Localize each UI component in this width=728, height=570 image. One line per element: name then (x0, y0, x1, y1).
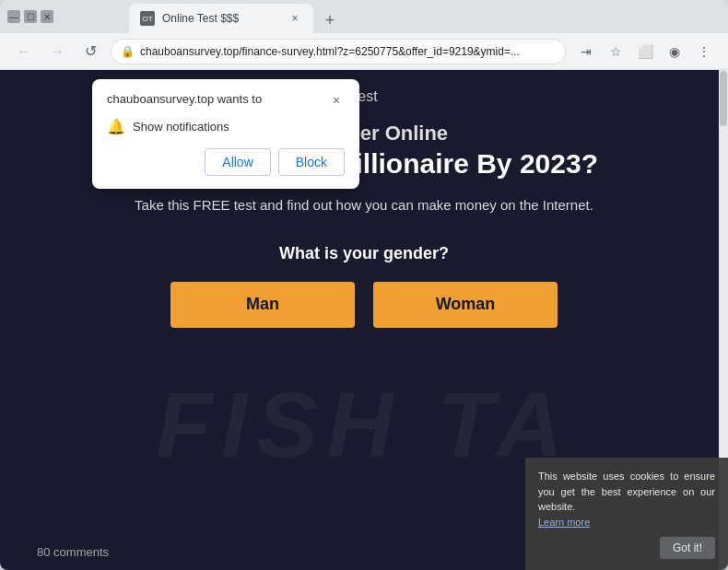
bookmark-button[interactable]: ☆ (603, 39, 628, 64)
cookie-text: This website uses cookies to ensure you … (538, 469, 715, 529)
back-button[interactable]: ← (11, 39, 37, 64)
notification-popup: chauboansurvey.top wants to × 🔔 Show not… (92, 79, 359, 189)
url-bar[interactable]: 🔒 chauboansurvey.top/finance-survey.html… (111, 39, 566, 64)
page-content: FISH TA Test eat Career Online And Becom… (0, 70, 728, 570)
notif-show-text: Show notifications (133, 120, 229, 134)
man-button[interactable]: Man (170, 282, 355, 328)
cookie-btn-row: Got it! (538, 537, 715, 559)
block-button[interactable]: Block (278, 148, 345, 176)
address-bar: ← → ↺ 🔒 chauboansurvey.top/finance-surve… (0, 33, 728, 70)
notif-header: chauboansurvey.top wants to × (107, 92, 345, 109)
notif-close-button[interactable]: × (328, 92, 345, 109)
forward-button[interactable]: → (44, 39, 70, 64)
extensions-button[interactable]: ⬜ (632, 39, 658, 64)
maximize-button[interactable]: ☐ (24, 10, 37, 23)
tab-title: Online Test $$$ (162, 12, 280, 25)
browser-actions: ⇥ ☆ ⬜ ◉ ⋮ (573, 39, 717, 64)
lock-icon: 🔒 (121, 45, 135, 58)
tab-favicon: OT (140, 11, 155, 26)
tab-close-button[interactable]: × (288, 11, 302, 26)
learn-more-link[interactable]: Learn more (538, 517, 590, 528)
new-tab-button[interactable]: + (317, 7, 343, 33)
notif-title: chauboansurvey.top wants to (107, 92, 262, 106)
url-text: chauboansurvey.top/finance-survey.html?z… (140, 45, 556, 58)
notif-row: 🔔 Show notifications (107, 118, 345, 135)
woman-button[interactable]: Woman (373, 282, 558, 328)
minimize-button[interactable]: — (7, 10, 20, 23)
title-bar: — ☐ ✕ OT Online Test $$$ × + (0, 0, 728, 33)
reload-button[interactable]: ↺ (77, 39, 103, 64)
share-button[interactable]: ⇥ (573, 39, 599, 64)
close-button[interactable]: ✕ (41, 10, 53, 23)
cookie-message: This website uses cookies to ensure you … (538, 471, 715, 512)
notif-buttons: Allow Block (107, 148, 345, 176)
bell-icon: 🔔 (107, 118, 125, 135)
gender-buttons: Man Woman (170, 282, 558, 328)
gender-question: What is your gender? (279, 244, 449, 263)
subtext: Take this FREE test and find out how you… (135, 195, 593, 216)
cookie-notice: This website uses cookies to ensure you … (525, 458, 728, 570)
allow-button[interactable]: Allow (205, 148, 270, 176)
browser-frame: — ☐ ✕ OT Online Test $$$ × + ← → ↺ 🔒 cha… (0, 0, 728, 570)
got-it-button[interactable]: Got it! (660, 537, 715, 559)
profile-button[interactable]: ◉ (662, 39, 687, 64)
active-tab[interactable]: OT Online Test $$$ × (129, 4, 313, 33)
tabs-bar: OT Online Test $$$ × + (65, 0, 721, 33)
menu-button[interactable]: ⋮ (691, 39, 717, 64)
